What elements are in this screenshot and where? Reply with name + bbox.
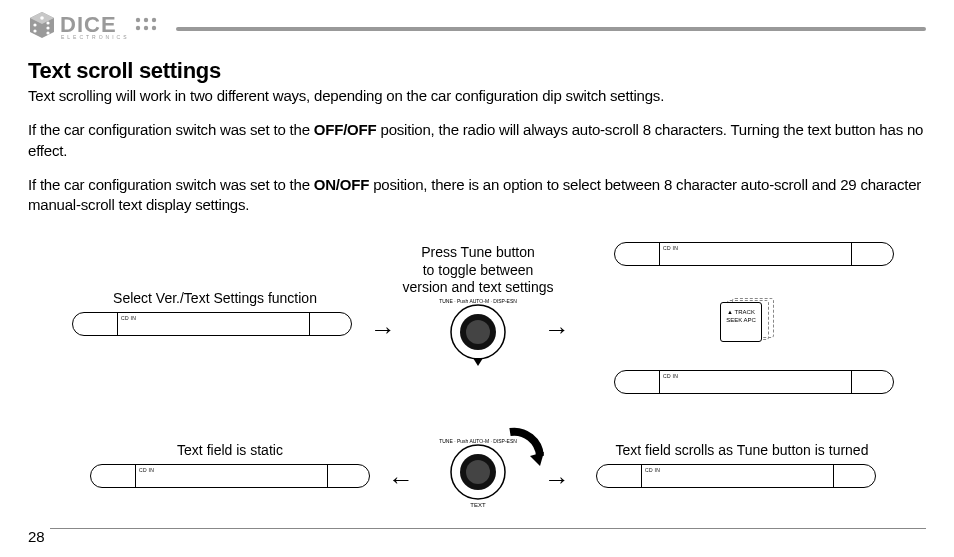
- svg-point-16: [466, 320, 490, 344]
- rotate-arrow-icon: [500, 426, 550, 480]
- svg-point-13: [152, 26, 156, 30]
- cdin-label: CD IN: [121, 315, 136, 321]
- svg-point-3: [46, 21, 49, 24]
- svg-point-8: [136, 18, 140, 22]
- svg-point-9: [144, 18, 148, 22]
- radio-display-scroll: CD IN: [596, 464, 876, 488]
- offoff-paragraph: If the car configuration switch was set …: [28, 120, 926, 161]
- knob-text-label: TEXT: [428, 502, 528, 508]
- arrow-icon: →: [544, 316, 570, 342]
- svg-point-5: [46, 31, 49, 34]
- caption-static: Text field is static: [140, 442, 320, 460]
- dice-logo: DICE ELECTRONICS: [28, 10, 168, 48]
- footer-rule: [50, 528, 926, 529]
- track-seek-button: ▲ TRACK SEEK APC: [720, 302, 762, 342]
- svg-point-1: [33, 23, 36, 26]
- svg-point-10: [152, 18, 156, 22]
- header-rule: [176, 27, 926, 31]
- cdin-label: CD IN: [663, 245, 678, 251]
- radio-display-static: CD IN: [90, 464, 370, 488]
- arrow-icon: →: [544, 466, 570, 492]
- diagram-area: Select Ver./Text Settings function CD IN…: [0, 238, 954, 528]
- svg-point-2: [33, 29, 36, 32]
- intro-paragraph: Text scrolling will work in two differen…: [28, 86, 926, 106]
- svg-text:ELECTRONICS: ELECTRONICS: [61, 34, 130, 40]
- tune-knob-bottom: [448, 442, 508, 502]
- svg-point-12: [144, 26, 148, 30]
- cdin-label: CD IN: [139, 467, 154, 473]
- manual-page: DICE ELECTRONICS Text scroll settings Te…: [0, 0, 954, 557]
- onoff-paragraph: If the car configuration switch was set …: [28, 175, 926, 216]
- svg-point-11: [136, 26, 140, 30]
- caption-press-tune: Press Tune button to toggle between vers…: [378, 244, 578, 297]
- p3-a: If the car configuration switch was set …: [28, 176, 314, 193]
- section-title: Text scroll settings: [28, 58, 926, 84]
- svg-point-4: [46, 26, 49, 29]
- caption-scrolls: Text field scrolls as Tune button is tur…: [582, 442, 902, 460]
- cdin-label: CD IN: [645, 467, 660, 473]
- radio-display-top-right: CD IN: [614, 242, 894, 266]
- p3-bold: ON/OFF: [314, 176, 369, 193]
- svg-marker-17: [473, 358, 483, 366]
- arrow-icon: ←: [388, 466, 414, 492]
- p2-bold: OFF/OFF: [314, 121, 377, 138]
- svg-point-20: [466, 460, 490, 484]
- p2-a: If the car configuration switch was set …: [28, 121, 314, 138]
- cdin-label: CD IN: [663, 373, 678, 379]
- radio-display-mid-right: CD IN: [614, 370, 894, 394]
- page-header: DICE ELECTRONICS: [28, 10, 926, 48]
- arrow-icon: →: [370, 316, 396, 342]
- tune-knob-top: [448, 302, 508, 362]
- svg-marker-21: [530, 452, 544, 466]
- radio-display-1: CD IN: [72, 312, 352, 336]
- svg-point-0: [40, 16, 44, 20]
- caption-select-function: Select Ver./Text Settings function: [90, 290, 340, 308]
- page-number: 28: [28, 528, 45, 545]
